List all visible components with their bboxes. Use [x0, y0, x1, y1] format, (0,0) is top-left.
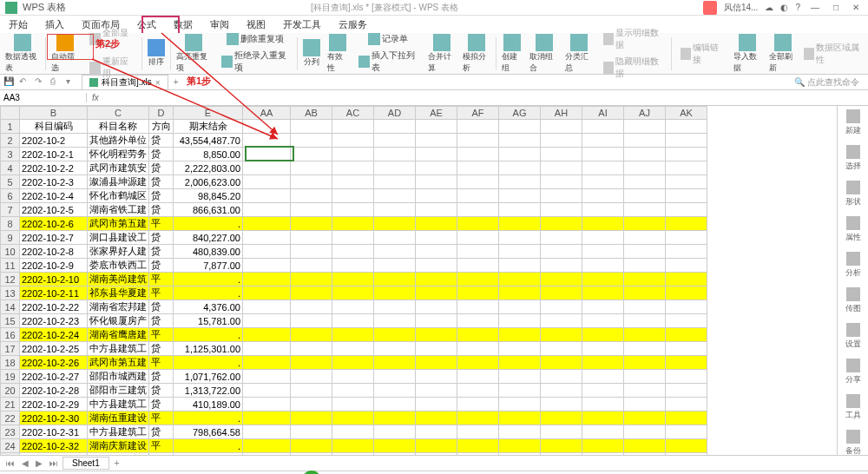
- cell[interactable]: 2202-10-2-11: [20, 286, 88, 300]
- cell[interactable]: 2202-10-2-32: [20, 439, 88, 453]
- cell[interactable]: [291, 439, 332, 453]
- cell[interactable]: 7,877.00: [174, 259, 243, 273]
- cell[interactable]: 贷: [149, 398, 174, 411]
- cell[interactable]: [624, 245, 666, 259]
- cell[interactable]: [332, 189, 374, 203]
- cell[interactable]: [291, 273, 332, 286]
- cell[interactable]: [624, 342, 666, 356]
- cell[interactable]: [624, 439, 666, 453]
- cell[interactable]: 贷: [149, 189, 174, 203]
- col-header[interactable]: AF: [457, 107, 499, 120]
- cell[interactable]: [582, 273, 624, 286]
- cell[interactable]: [332, 245, 374, 259]
- cell[interactable]: [416, 314, 457, 328]
- cell[interactable]: [582, 286, 624, 300]
- cell[interactable]: [374, 300, 416, 314]
- cell[interactable]: [416, 370, 457, 384]
- cell[interactable]: 湖南庆新建设: [88, 439, 149, 453]
- cell[interactable]: [457, 217, 499, 231]
- cell[interactable]: [457, 245, 499, 259]
- row-header[interactable]: 12: [1, 273, 20, 286]
- search-command-hint[interactable]: 🔍 点此查找命令: [794, 76, 868, 89]
- cell[interactable]: [457, 411, 499, 425]
- cell[interactable]: [624, 231, 666, 245]
- cell[interactable]: [332, 175, 374, 189]
- cell[interactable]: [457, 175, 499, 189]
- menu-insert[interactable]: 插入: [36, 16, 73, 33]
- cell[interactable]: [416, 134, 457, 148]
- qat-save-icon[interactable]: 💾: [3, 76, 16, 89]
- cell[interactable]: 2202-10-2-31: [20, 425, 88, 439]
- cell[interactable]: 1,071,762.00: [174, 370, 243, 384]
- cell[interactable]: 2202-10-2-30: [20, 411, 88, 425]
- col-header[interactable]: D: [149, 107, 174, 120]
- validation-button[interactable]: 有效性: [326, 32, 350, 76]
- sheet-nav-prev[interactable]: ◀: [19, 458, 31, 468]
- cell[interactable]: [332, 314, 374, 328]
- side-item[interactable]: 形状: [845, 181, 861, 207]
- cell[interactable]: [243, 175, 291, 189]
- cell[interactable]: [499, 217, 541, 231]
- cell[interactable]: 平: [149, 356, 174, 370]
- cell[interactable]: [374, 411, 416, 425]
- cell[interactable]: [332, 453, 374, 456]
- cell[interactable]: 怀化银厦房产: [88, 314, 149, 328]
- cell[interactable]: 2,222,803.00: [174, 161, 243, 175]
- qat-undo-icon[interactable]: ↶: [19, 76, 31, 89]
- cell[interactable]: [457, 120, 499, 134]
- cell[interactable]: [666, 175, 707, 189]
- cell[interactable]: 中方县建筑工: [88, 398, 149, 411]
- row-header[interactable]: 10: [1, 245, 20, 259]
- cell[interactable]: [291, 148, 332, 161]
- cell[interactable]: [582, 425, 624, 439]
- menu-review[interactable]: 审阅: [201, 16, 238, 33]
- cell[interactable]: 怀化明程劳务: [88, 148, 149, 161]
- cell[interactable]: [416, 356, 457, 370]
- cell[interactable]: [624, 425, 666, 439]
- cell[interactable]: [541, 217, 582, 231]
- cell[interactable]: [582, 439, 624, 453]
- cell[interactable]: [499, 384, 541, 398]
- row-header[interactable]: 15: [1, 314, 20, 328]
- cell[interactable]: 贷: [149, 134, 174, 148]
- cell[interactable]: [541, 175, 582, 189]
- cell[interactable]: [332, 328, 374, 342]
- cell[interactable]: [499, 425, 541, 439]
- cell[interactable]: 祁东县华夏建: [88, 286, 149, 300]
- cell[interactable]: [332, 356, 374, 370]
- sheet-nav-next[interactable]: ▶: [33, 458, 45, 468]
- cell[interactable]: 方向: [149, 120, 174, 134]
- theme-icon[interactable]: ◐: [780, 3, 788, 12]
- side-item[interactable]: 新建: [845, 109, 861, 136]
- side-item[interactable]: 属性: [845, 216, 861, 243]
- cell[interactable]: 冷水江东手建: [88, 453, 149, 456]
- menu-data[interactable]: 数据: [165, 16, 201, 33]
- remove-dup-button[interactable]: 删除重复项: [225, 31, 286, 47]
- cell[interactable]: [499, 203, 541, 217]
- row-header[interactable]: 21: [1, 398, 20, 411]
- cell[interactable]: [582, 300, 624, 314]
- cell[interactable]: .: [174, 328, 243, 342]
- row-header[interactable]: 1: [1, 120, 20, 134]
- cell[interactable]: 贷: [149, 245, 174, 259]
- cell[interactable]: [541, 134, 582, 148]
- cell[interactable]: [582, 328, 624, 342]
- cell[interactable]: 平: [149, 217, 174, 231]
- col-header[interactable]: AH: [541, 107, 582, 120]
- menu-view[interactable]: 视图: [238, 16, 274, 33]
- cell[interactable]: [457, 231, 499, 245]
- cell[interactable]: [499, 398, 541, 411]
- cell[interactable]: [291, 370, 332, 384]
- name-box[interactable]: AA3: [0, 93, 87, 102]
- row-header[interactable]: 14: [1, 300, 20, 314]
- cell[interactable]: 1,313,722.00: [174, 384, 243, 398]
- cell[interactable]: [582, 245, 624, 259]
- cell[interactable]: 2202-10-2-5: [20, 203, 88, 217]
- cell[interactable]: 武冈市第五建: [88, 356, 149, 370]
- insert-dropdown-button[interactable]: 插入下拉列表: [357, 48, 419, 76]
- cell[interactable]: [541, 120, 582, 134]
- cell[interactable]: [374, 453, 416, 456]
- cell[interactable]: 2202-10-2-24: [20, 328, 88, 342]
- cell[interactable]: [582, 120, 624, 134]
- menu-dev[interactable]: 开发工具: [274, 16, 330, 33]
